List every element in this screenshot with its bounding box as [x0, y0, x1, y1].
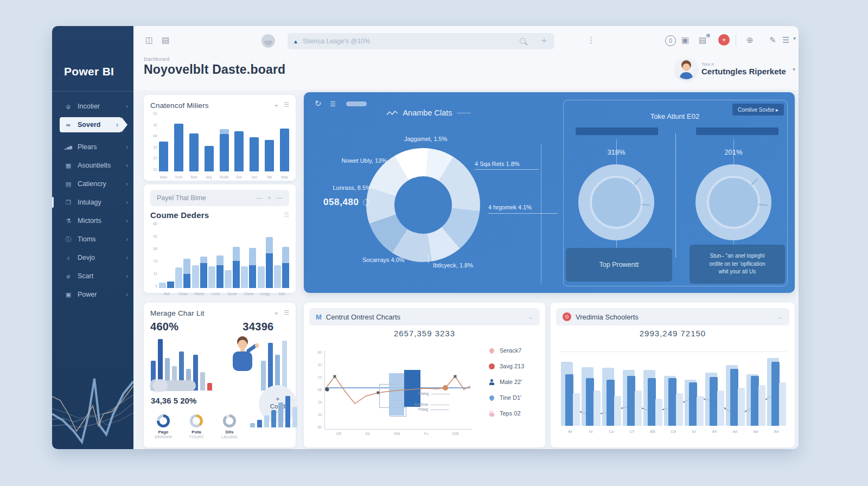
top-prowentt-box[interactable]: Top Prowentt — [566, 248, 672, 282]
sidebar-item-devjo[interactable]: ♪Devjo› — [52, 248, 133, 267]
m-icon: M — [316, 313, 322, 321]
mini-bar — [250, 423, 255, 427]
sidebar-sparkline-decoration — [52, 349, 133, 449]
notes-icon[interactable]: ▤ — [699, 35, 706, 45]
chevron-right-icon: › — [126, 217, 128, 225]
legend-item[interactable]: Tine D1' — [488, 394, 524, 401]
frame-icon[interactable]: ▣ — [681, 35, 689, 45]
light-bar — [274, 265, 281, 288]
circle-icon — [488, 363, 495, 369]
chevron-right-icon: › — [126, 291, 128, 298]
comlive-sovbe-button[interactable]: Comlive Sovbe ▸ — [732, 104, 784, 116]
toggle-pill[interactable] — [346, 101, 367, 106]
list-menu-icon[interactable]: ☰ — [782, 35, 789, 45]
legend-item[interactable]: Serack7 — [488, 347, 524, 354]
search-input[interactable]: ▲ Stiensa Leage's @10% — [288, 33, 554, 49]
sidebar-item-incotier[interactable]: ψIncotier› — [52, 97, 133, 116]
hamburger-icon[interactable]: ☰ — [330, 100, 336, 108]
zero-badge-icon[interactable]: 0 — [665, 35, 676, 46]
arrow-right-icon[interactable]: → — [526, 313, 533, 321]
sidebar-item-label: Tioms — [78, 235, 96, 243]
gauge-value: 318% — [592, 148, 641, 156]
bar-group: Cians — [241, 222, 256, 296]
calendar-icon: ▦ — [64, 162, 73, 169]
sidebar-item-tioms[interactable]: ⓘTioms› — [52, 230, 133, 248]
axis-tick-label: 42 — [150, 123, 157, 127]
donut-label: Nowet Ubly, 13% — [316, 157, 387, 164]
pale-bar — [738, 388, 745, 426]
topbar-avatar[interactable] — [261, 34, 275, 48]
add-icon[interactable]: + — [267, 194, 271, 202]
chevron-down-icon[interactable]: ▾ — [793, 35, 796, 41]
kebab-menu-icon[interactable]: ⋮ — [587, 35, 595, 45]
pale-bar — [697, 396, 704, 426]
bar-group: Lurd — [208, 222, 224, 296]
bar-group — [601, 352, 622, 426]
panel-anambe: ↻ ☰ Anambe Clats Jaggamet, 1.5% Nowet Ub… — [304, 92, 795, 293]
gauge-chart[interactable] — [695, 164, 771, 240]
sidebar-item-scart[interactable]: ⌀Scart› — [52, 267, 133, 285]
hamburger-icon[interactable]: ☰ — [284, 309, 289, 317]
card-header[interactable]: Vredimia Schoolerts → — [556, 308, 789, 325]
sidebar-item-intulagy[interactable]: ❐Intulagy› — [52, 193, 133, 212]
donut-chart[interactable] — [366, 148, 480, 262]
red-add-button[interactable]: + — [718, 34, 730, 46]
add-icon[interactable]: + — [275, 101, 279, 110]
refresh-icon[interactable]: ↻ — [315, 99, 322, 108]
subpanel-title: Toke Atlunt E02 — [612, 112, 737, 120]
chevron-right-icon: › — [126, 103, 128, 110]
legend-item[interactable]: Male 22' — [488, 379, 524, 385]
x-axis-labels: DREd40BFu2M5 — [324, 432, 471, 436]
legend-item[interactable]: Teps 02 — [488, 410, 524, 417]
card-payel-strip[interactable]: Payel Thal Bime — + — — [150, 190, 289, 206]
chevron-right-icon: › — [116, 121, 118, 129]
donut-total-value: 058,480 — [323, 197, 369, 208]
pale-bar — [758, 385, 765, 426]
card-header[interactable]: M Centrut Ontrest Chcarts → — [309, 308, 540, 325]
sidebar-item-power[interactable]: ▣Power› — [52, 285, 133, 304]
kpi-ring-item[interactable]: PageWWWWW — [151, 414, 175, 439]
bar-group: Mot — [189, 112, 199, 179]
sidebar-item-catiencry[interactable]: ▤Catiencry› — [52, 175, 133, 193]
add-icon[interactable]: + — [275, 309, 279, 317]
sidebar-item-asountielts[interactable]: ▦Asountielts› — [52, 156, 133, 175]
person-illustration — [226, 336, 259, 382]
hamburger-icon[interactable]: ☰ — [284, 212, 289, 219]
legend-item[interactable]: 3avg 213 — [488, 363, 524, 369]
bar — [234, 131, 244, 171]
legend-label: 3avg 213 — [500, 363, 524, 369]
person-icon — [488, 379, 495, 385]
note-icon: ♪ — [64, 254, 73, 261]
sidebar-item-plears[interactable]: ▂▅▇Plears› — [52, 138, 133, 156]
x-tick-label: Cians — [244, 292, 253, 296]
hamburger-icon[interactable]: ☰ — [284, 101, 289, 110]
add-icon[interactable]: + — [541, 35, 547, 46]
kpi-ring-item[interactable]: PotaTIOURS — [184, 414, 208, 439]
kpi-ring-item[interactable]: D0sLAIUANS — [218, 414, 241, 439]
search-icon[interactable] — [520, 38, 526, 44]
line-series — [325, 350, 471, 429]
light-bar — [208, 266, 215, 288]
sidebar-item-soverd[interactable]: ∞Soverd› — [60, 117, 122, 132]
book-icon[interactable]: ◫ — [145, 35, 153, 45]
sidebar-item-label: Mictorts — [78, 217, 101, 225]
red-circle-icon — [563, 312, 571, 321]
user-menu[interactable]: Tcks II Certutngles Riperkete ▾ — [676, 59, 795, 79]
axis-tick-label: 52 — [310, 363, 322, 367]
mini-bar — [282, 341, 287, 391]
bar-group — [622, 352, 642, 426]
axis-tick-label: 22 — [150, 145, 157, 149]
donut-label: 4 Sqa Rets 1.8% — [475, 161, 539, 170]
dark-bar — [200, 263, 207, 288]
arrow-right-icon[interactable]: → — [776, 313, 783, 321]
legend-label: Tine D1' — [500, 394, 521, 401]
chevron-right-icon: › — [126, 272, 128, 280]
gauge-chart[interactable] — [578, 164, 654, 240]
sidebar-item-mictorts[interactable]: ⚗Mictorts› — [52, 212, 133, 230]
globe-icon[interactable]: ⊕ — [746, 35, 754, 45]
x-tick-label: Cul — [663, 430, 684, 433]
mini-bar — [261, 361, 266, 391]
pen-icon[interactable]: ✎ — [769, 35, 776, 45]
x-tick-label: Avl — [725, 430, 745, 433]
clipboard-icon[interactable]: ▤ — [162, 35, 169, 45]
